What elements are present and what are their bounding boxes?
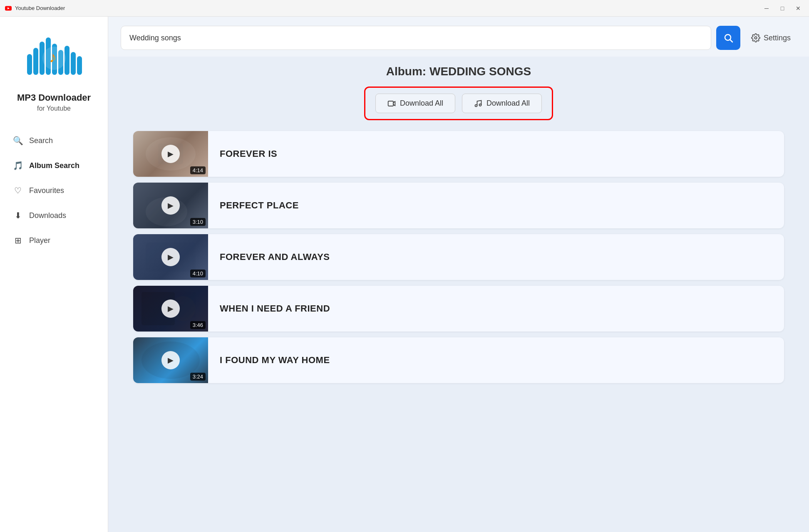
sidebar-label-downloads: Downloads (29, 211, 66, 220)
titlebar-left: Youtube Downloader (5, 5, 65, 12)
search-button[interactable] (716, 26, 740, 50)
search-magnify-icon (723, 33, 733, 43)
sidebar-item-favourites[interactable]: ♡ Favourites (4, 179, 104, 202)
download-all-video-label: Download All (400, 99, 443, 108)
results-area: Album: WEDDING SONGS Download All (108, 57, 809, 532)
song-thumbnail[interactable]: ▶ 4:14 (133, 131, 208, 177)
svg-marker-17 (393, 101, 395, 106)
heart-icon: ♡ (12, 186, 23, 195)
sidebar-item-player[interactable]: ⊞ Player (4, 229, 104, 252)
song-thumbnail[interactable]: ▶ 4:10 (133, 234, 208, 280)
svg-text:♪: ♪ (49, 49, 57, 66)
gear-icon (751, 33, 760, 42)
settings-label: Settings (764, 34, 791, 42)
video-icon (387, 99, 396, 108)
svg-point-19 (479, 104, 481, 106)
svg-rect-3 (33, 48, 38, 75)
play-button[interactable]: ▶ (161, 145, 180, 163)
app-name: MP3 Downloader (17, 92, 91, 103)
close-button[interactable]: ✕ (792, 2, 804, 14)
app-icon (5, 5, 12, 12)
song-title: I FOUND MY WAY HOME (208, 355, 784, 366)
logo-container: ♪ MP3 Downloader for Youtube (17, 29, 91, 112)
play-button[interactable]: ▶ (161, 351, 180, 369)
svg-point-15 (754, 37, 757, 39)
music-note-icon: 🎵 (12, 161, 23, 171)
sidebar-item-search[interactable]: 🔍 Search (4, 129, 104, 152)
duration-badge: 3:10 (190, 218, 206, 226)
svg-point-18 (475, 104, 477, 106)
play-button[interactable]: ▶ (161, 196, 180, 215)
sidebar: ♪ MP3 Downloader for Youtube 🔍 Search 🎵 (0, 17, 108, 532)
download-icon: ⬇ (12, 210, 23, 220)
song-item: ▶ 4:10 FOREVER AND ALWAYS (133, 234, 784, 280)
music-icon (474, 99, 482, 108)
song-list: ▶ 4:14 FOREVER IS ▶ 3:10 PE (133, 131, 784, 383)
duration-badge: 4:10 (190, 270, 206, 277)
download-all-audio-label: Download All (486, 99, 530, 108)
album-title: Album: WEDDING SONGS (133, 65, 784, 78)
nav-menu: 🔍 Search 🎵 Album Search ♡ Favourites ⬇ D… (0, 129, 108, 254)
sidebar-label-favourites: Favourites (29, 186, 64, 195)
titlebar-controls: ─ □ ✕ (761, 2, 804, 14)
svg-rect-16 (388, 101, 394, 106)
download-all-container: Download All Download All (364, 87, 553, 120)
play-button[interactable]: ▶ (161, 299, 180, 318)
maximize-button[interactable]: □ (777, 2, 788, 14)
song-title: FOREVER IS (208, 148, 784, 159)
settings-button[interactable]: Settings (745, 29, 797, 47)
grid-icon: ⊞ (12, 235, 23, 245)
sidebar-label-album-search: Album Search (29, 161, 79, 170)
content-area: Settings Album: WEDDING SONGS Download A… (108, 17, 809, 532)
song-item: ▶ 4:14 FOREVER IS (133, 131, 784, 177)
svg-rect-10 (77, 56, 82, 75)
song-item: ▶ 3:46 WHEN I NEED A FRIEND (133, 286, 784, 332)
song-title: FOREVER AND ALWAYS (208, 252, 784, 262)
search-icon: 🔍 (12, 136, 23, 146)
song-item: ▶ 3:24 I FOUND MY WAY HOME (133, 337, 784, 383)
app-body: ♪ MP3 Downloader for Youtube 🔍 Search 🎵 (0, 17, 809, 532)
search-bar-container: Settings (108, 17, 809, 57)
titlebar: Youtube Downloader ─ □ ✕ (0, 0, 809, 17)
song-thumbnail[interactable]: ▶ 3:10 (133, 183, 208, 228)
play-button[interactable]: ▶ (161, 248, 180, 266)
sidebar-label-search: Search (29, 136, 53, 145)
search-input[interactable] (121, 26, 711, 50)
titlebar-title: Youtube Downloader (15, 5, 65, 11)
sidebar-item-downloads[interactable]: ⬇ Downloads (4, 204, 104, 227)
logo-icon: ♪ (25, 29, 83, 87)
song-thumbnail[interactable]: ▶ 3:46 (133, 286, 208, 332)
svg-rect-2 (27, 54, 32, 75)
duration-badge: 3:24 (190, 373, 206, 381)
song-thumbnail[interactable]: ▶ 3:24 (133, 337, 208, 383)
song-title: WHEN I NEED A FRIEND (208, 303, 784, 314)
app-subtitle: for Youtube (37, 105, 71, 112)
sidebar-item-album-search[interactable]: 🎵 Album Search (4, 154, 104, 177)
minimize-button[interactable]: ─ (761, 2, 772, 14)
duration-badge: 4:14 (190, 166, 206, 174)
download-all-video-button[interactable]: Download All (375, 94, 455, 113)
download-all-audio-button[interactable]: Download All (462, 94, 542, 113)
sidebar-label-player: Player (29, 236, 50, 245)
song-item: ▶ 3:10 PERFECT PLACE (133, 183, 784, 228)
svg-line-14 (730, 40, 732, 42)
svg-rect-9 (71, 52, 76, 75)
song-title: PERFECT PLACE (208, 200, 784, 211)
duration-badge: 3:46 (190, 321, 206, 329)
